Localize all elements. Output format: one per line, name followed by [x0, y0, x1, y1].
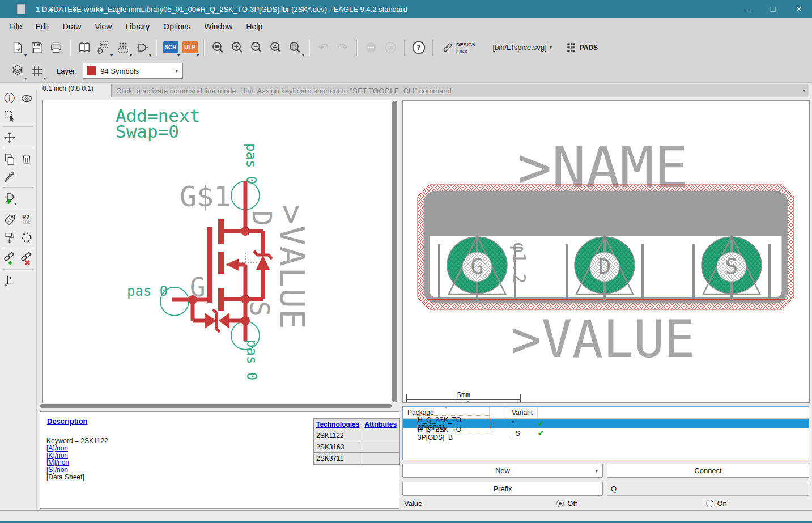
device-editor-button[interactable]: ▾: [113, 38, 133, 57]
pad-drain: D: [567, 236, 643, 301]
chevron-down-icon: ▾: [197, 53, 199, 58]
symbol-editor-button[interactable]: ▾: [133, 38, 152, 57]
column-header-package[interactable]: Package ^: [403, 407, 490, 418]
zoom-in-button[interactable]: [228, 38, 247, 57]
value-off-option[interactable]: Off: [556, 499, 577, 508]
horizontal-splitter[interactable]: [40, 404, 392, 408]
vertical-splitter[interactable]: [392, 101, 397, 402]
value-option-row: Value Off On: [402, 498, 809, 509]
info-icon: ⓘ: [4, 93, 15, 104]
zoom-out-button[interactable]: [247, 38, 266, 57]
paint-roller-icon: [3, 231, 16, 244]
technology-row[interactable]: 2SK1122: [313, 430, 399, 441]
close-button[interactable]: ✕: [786, 0, 812, 18]
change-tool-button[interactable]: [2, 169, 17, 184]
layer-select[interactable]: 94 Symbols ▾: [83, 63, 183, 79]
pads-export-button[interactable]: PADS: [561, 38, 602, 57]
window-title: 1 D:¥DATE¥E-work¥_Eagle mmLibrary05_01_0…: [36, 5, 407, 14]
column-header-blank[interactable]: [490, 407, 507, 418]
copy-icon: [3, 153, 16, 165]
selection-rect-icon: [3, 110, 16, 122]
tab-bump: [565, 190, 570, 195]
connect-button[interactable]: Connect: [607, 464, 809, 478]
menu-view[interactable]: View: [88, 18, 118, 35]
connect-tool-button[interactable]: [2, 251, 17, 266]
menu-edit[interactable]: Edit: [29, 18, 56, 35]
minimize-button[interactable]: –: [734, 0, 760, 18]
mark-origin-button[interactable]: [2, 273, 17, 288]
print-button[interactable]: [46, 38, 66, 57]
trash-icon: [20, 153, 33, 165]
grid-button[interactable]: ▾: [27, 61, 46, 80]
menu-draw[interactable]: Draw: [56, 18, 88, 35]
symbol-editor-canvas[interactable]: Add=next Swap=0 G$1 D G S >VALUE pas 0 p…: [42, 100, 392, 403]
chevron-down-icon[interactable]: ▾: [802, 88, 805, 93]
move-tool-button[interactable]: [2, 130, 17, 145]
value-on-option[interactable]: On: [706, 499, 726, 508]
maximize-button[interactable]: □: [760, 0, 786, 18]
save-button[interactable]: [27, 38, 46, 57]
menu-options[interactable]: Options: [156, 18, 197, 35]
zoom-select-button[interactable]: [266, 38, 286, 57]
technology-row[interactable]: 2SK3163: [313, 441, 399, 453]
layer-label: Layer:: [57, 67, 77, 75]
package-editor-button[interactable]: ▾: [94, 38, 113, 57]
stop-button[interactable]: [362, 38, 381, 57]
prefix-button[interactable]: Prefix: [402, 482, 603, 496]
package-preview-canvas[interactable]: >NAME G: [402, 100, 810, 403]
zoom-fit-button[interactable]: [209, 38, 228, 57]
technologies-table: Technologies Attributes 2SK1122 2SK3163 …: [313, 418, 400, 465]
technologies-header-link[interactable]: Technologies: [316, 420, 359, 428]
menu-file[interactable]: File: [2, 18, 29, 35]
link-s-non[interactable]: [S]/non: [46, 466, 68, 474]
redo-button[interactable]: ↷: [333, 38, 352, 57]
new-document-button[interactable]: ▾: [8, 38, 27, 57]
value-tool-button[interactable]: R2 10k: [19, 212, 34, 227]
window-icon: [17, 4, 25, 14]
redo-icon: ↷: [338, 41, 348, 53]
check-icon: ✔: [538, 419, 544, 428]
copy-tool-button[interactable]: [2, 151, 17, 167]
description-link[interactable]: Description: [47, 417, 88, 426]
design-link-button[interactable]: DESIGNLINK: [437, 38, 481, 57]
name-tool-button[interactable]: [2, 212, 17, 227]
radio-off-icon[interactable]: [556, 500, 564, 507]
layer-settings-button[interactable]: ▾: [8, 61, 27, 80]
zoom-redraw-button[interactable]: ▾: [286, 38, 305, 57]
prefix-value-field[interactable]: Q: [607, 482, 809, 496]
column-header-rest: [538, 407, 809, 418]
script-button[interactable]: SCR ▾: [161, 38, 180, 57]
disconnect-tool-button[interactable]: [19, 251, 34, 266]
menu-library[interactable]: Library: [118, 18, 156, 35]
undo-button[interactable]: ↶: [314, 38, 333, 57]
radio-on-icon[interactable]: [706, 500, 713, 507]
attributes-header-link[interactable]: Attributes: [364, 420, 397, 428]
group-icon: [20, 231, 33, 244]
technology-row[interactable]: 2SK3711: [313, 453, 399, 465]
paint-tool-button[interactable]: [2, 229, 17, 245]
add-part-button[interactable]: ▾: [2, 190, 17, 206]
ulp-button[interactable]: ULP ▾: [180, 38, 199, 57]
group-tool-button[interactable]: [19, 229, 34, 245]
select-tool-button[interactable]: [2, 108, 17, 124]
delete-tool-button[interactable]: [19, 151, 34, 167]
library-button[interactable]: [75, 38, 94, 57]
ltspice-export-button[interactable]: [bin/LTspice.svg] ▾: [488, 38, 556, 57]
info-tool-button[interactable]: ⓘ: [2, 91, 17, 106]
column-header-variant[interactable]: Variant: [507, 407, 538, 418]
command-line-input[interactable]: Click to activate command line mode. Hin…: [111, 84, 809, 97]
origin-icon: [3, 274, 16, 287]
chevron-down-icon: ▾: [130, 53, 132, 58]
go-button[interactable]: GO: [381, 38, 400, 57]
value-label: Value: [404, 499, 422, 508]
chevron-down-icon: ▾: [177, 53, 180, 58]
scale-mm-label: 5mm: [457, 390, 470, 399]
help-button[interactable]: ?: [409, 38, 428, 57]
menu-window[interactable]: Window: [198, 18, 240, 35]
link-plus-icon: [3, 252, 16, 266]
show-tool-button[interactable]: [19, 91, 34, 106]
package-row[interactable]: H_Q_2SK_TO-3P[GDS]_B _S ✔: [403, 428, 809, 438]
description-panel: Description Keyword = 2SK1122 [A]/non [K…: [40, 411, 399, 509]
menu-help[interactable]: Help: [239, 18, 269, 35]
new-package-button[interactable]: New ▾: [402, 464, 603, 478]
